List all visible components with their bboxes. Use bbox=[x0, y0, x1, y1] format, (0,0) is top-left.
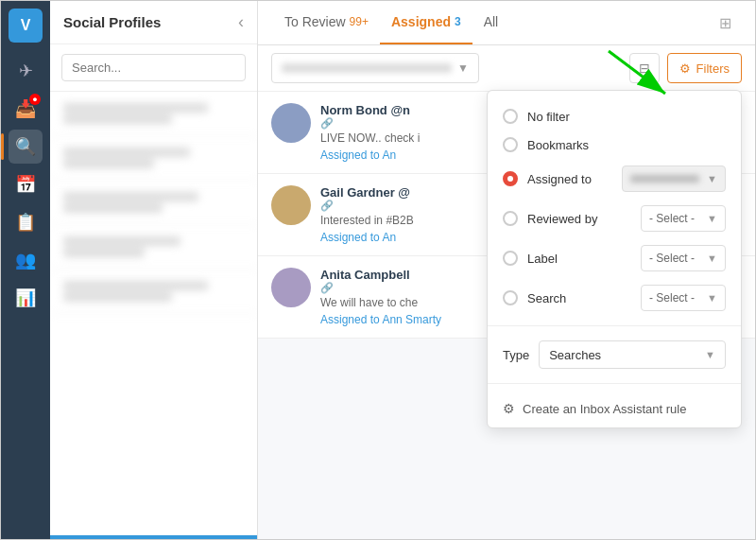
chevron-down-icon: ▼ bbox=[457, 61, 469, 75]
sidebar-bottom-indicator bbox=[50, 535, 257, 539]
toolbar-left: ▼ bbox=[271, 53, 629, 83]
chevron-down-icon: ▼ bbox=[705, 349, 715, 360]
sidebar-list bbox=[50, 92, 257, 535]
main-content: To Review 99+ Assigned 3 All ⊞ ▼ bbox=[258, 1, 755, 539]
main-toolbar: ▼ ⊟ ⚙ Filters bbox=[258, 45, 755, 92]
sidebar-search-container bbox=[50, 44, 257, 92]
chevron-down-icon: ▼ bbox=[707, 253, 717, 264]
filters-button-label: Filters bbox=[696, 61, 730, 76]
nav-people[interactable]: 👥 bbox=[9, 243, 43, 277]
reviewed-by-select-label: - Select - bbox=[649, 212, 695, 225]
create-rule-button[interactable]: ⚙ Create an Inbox Assistant rule bbox=[488, 392, 741, 420]
avatar bbox=[271, 103, 311, 143]
filter-option-reviewed-by[interactable]: Reviewed by - Select - ▼ bbox=[488, 199, 741, 238]
nav-calendar[interactable]: 📅 bbox=[9, 167, 43, 201]
nav-report[interactable]: 📋 bbox=[9, 205, 43, 239]
type-select[interactable]: Searches ▼ bbox=[539, 340, 726, 369]
list-item[interactable] bbox=[50, 225, 257, 270]
filter-type-row: Type Searches ▼ bbox=[488, 334, 741, 375]
radio-reviewed-by[interactable] bbox=[503, 211, 518, 226]
sidebar-close-button[interactable]: ‹ bbox=[238, 12, 244, 32]
radio-no-filter[interactable] bbox=[503, 109, 518, 124]
radio-bookmarks[interactable] bbox=[503, 137, 518, 152]
chevron-down-icon: ▼ bbox=[707, 213, 717, 224]
filter-type-label: Type bbox=[503, 348, 529, 362]
toolbar-right: ⊟ ⚙ Filters bbox=[629, 53, 742, 83]
filter-label-bookmarks: Bookmarks bbox=[527, 138, 726, 152]
gear-icon: ⚙ bbox=[503, 401, 515, 416]
filter-panel: No filter Bookmarks Assigned to ▼ Review… bbox=[487, 90, 742, 428]
tab-to-review[interactable]: To Review 99+ bbox=[273, 1, 380, 44]
filter-option-assigned-to[interactable]: Assigned to ▼ bbox=[488, 159, 741, 199]
list-item[interactable] bbox=[50, 136, 257, 181]
type-select-value: Searches bbox=[549, 348, 601, 362]
search-select-label: - Select - bbox=[649, 291, 695, 305]
chevron-down-icon: ▼ bbox=[707, 292, 717, 304]
tab-to-review-badge: 99+ bbox=[350, 15, 369, 28]
tab-all-label: All bbox=[484, 14, 499, 29]
label-select[interactable]: - Select - ▼ bbox=[641, 245, 726, 271]
filter-option-bookmarks[interactable]: Bookmarks bbox=[488, 131, 741, 159]
tab-assigned-label: Assigned bbox=[391, 14, 451, 29]
filter-label-reviewed-by: Reviewed by bbox=[527, 212, 631, 226]
left-navigation: V ✈ 📥 ● 🔍 📅 📋 👥 📊 bbox=[1, 1, 50, 539]
sidebar-header: Social Profiles ‹ bbox=[50, 1, 257, 44]
sidebar-title: Social Profiles bbox=[63, 14, 161, 30]
avatar bbox=[271, 268, 311, 307]
filter-option-no-filter[interactable]: No filter bbox=[488, 102, 741, 131]
sidebar: Social Profiles ‹ bbox=[50, 1, 258, 539]
inbox-badge: ● bbox=[29, 94, 41, 105]
grid-view-button[interactable]: ⊞ bbox=[710, 8, 740, 38]
filter-dropdown[interactable]: ▼ bbox=[271, 53, 479, 83]
filter-label-assigned-to: Assigned to bbox=[527, 172, 612, 186]
tab-to-review-label: To Review bbox=[284, 14, 346, 29]
filter-icon: ⚙ bbox=[679, 61, 691, 76]
filter-label-search: Search bbox=[527, 291, 631, 305]
radio-search[interactable] bbox=[503, 290, 518, 305]
filter-option-label[interactable]: Label - Select - ▼ bbox=[488, 238, 741, 278]
nav-inbox[interactable]: 📥 ● bbox=[9, 92, 43, 126]
reviewed-by-select[interactable]: - Select - ▼ bbox=[641, 205, 726, 232]
label-select-label: - Select - bbox=[649, 252, 695, 265]
list-item[interactable] bbox=[50, 92, 257, 136]
search-input[interactable] bbox=[61, 54, 246, 81]
filter-option-search[interactable]: Search - Select - ▼ bbox=[488, 278, 741, 318]
avatar bbox=[271, 185, 311, 225]
app-logo[interactable]: V bbox=[9, 9, 43, 43]
list-item[interactable] bbox=[50, 270, 257, 314]
tab-all[interactable]: All bbox=[472, 1, 510, 44]
nav-search[interactable]: 🔍 bbox=[9, 130, 43, 164]
main-tabs: To Review 99+ Assigned 3 All ⊞ bbox=[258, 1, 755, 45]
search-select[interactable]: - Select - ▼ bbox=[641, 285, 726, 311]
nav-analytics[interactable]: 📊 bbox=[9, 281, 43, 315]
radio-label[interactable] bbox=[503, 251, 518, 266]
tab-assigned-badge: 3 bbox=[455, 15, 461, 28]
tab-assigned[interactable]: Assigned 3 bbox=[380, 1, 472, 44]
create-rule-label: Create an Inbox Assistant rule bbox=[523, 402, 686, 416]
list-item[interactable] bbox=[50, 181, 257, 225]
chevron-down-icon: ▼ bbox=[707, 173, 717, 184]
filter-divider-2 bbox=[488, 383, 741, 384]
columns-icon[interactable]: ⊟ bbox=[629, 53, 660, 83]
filter-label-no-filter: No filter bbox=[527, 110, 726, 124]
filter-label-label: Label bbox=[527, 252, 631, 266]
assigned-to-select[interactable]: ▼ bbox=[622, 165, 726, 192]
nav-send[interactable]: ✈ bbox=[9, 54, 43, 88]
filter-divider bbox=[488, 325, 741, 326]
filters-button[interactable]: ⚙ Filters bbox=[667, 53, 742, 83]
radio-assigned-to[interactable] bbox=[503, 171, 518, 186]
